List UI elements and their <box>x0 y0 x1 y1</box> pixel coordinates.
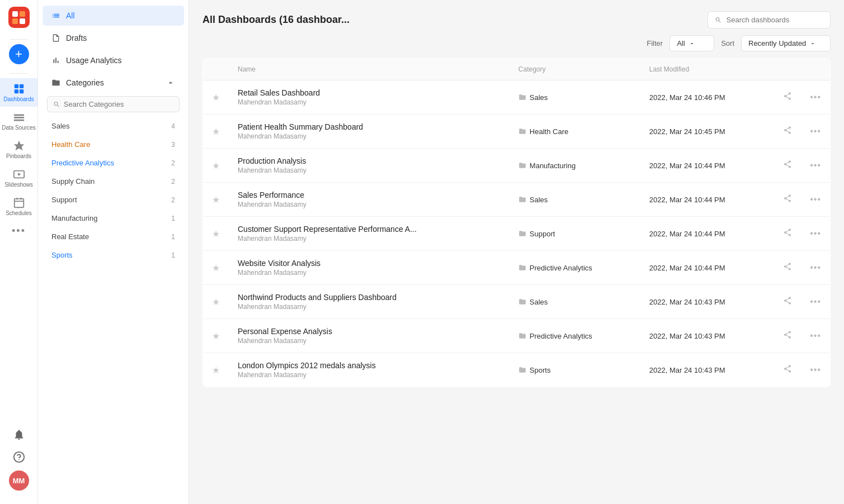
category-healthcare-count: 3 <box>171 141 175 149</box>
category-predictive[interactable]: Predictive Analytics 2 <box>43 154 184 172</box>
dashboard-name[interactable]: Production Analysis <box>238 156 501 165</box>
nav-schedules[interactable]: Schedules <box>0 192 37 221</box>
more-options-icon[interactable]: ••• <box>810 92 821 102</box>
star-cell: ★ <box>203 285 229 319</box>
category-predictive-name: Predictive Analytics <box>51 159 114 167</box>
dashboard-name[interactable]: London Olympics 2012 medals analysis <box>238 361 501 370</box>
category-name: Sales <box>530 93 548 102</box>
share-icon[interactable] <box>783 262 792 273</box>
category-manufacturing[interactable]: Manufacturing 1 <box>43 210 184 227</box>
sidebar-all[interactable]: All <box>43 6 184 26</box>
dashboard-name[interactable]: Personal Expense Analysis <box>238 327 501 336</box>
more-options-icon[interactable]: ••• <box>810 263 821 272</box>
folder-icon <box>518 366 526 374</box>
star-icon[interactable]: ★ <box>212 161 220 170</box>
category-manufacturing-count: 1 <box>171 215 175 222</box>
category-badge: Sales <box>518 196 631 204</box>
star-cell: ★ <box>203 319 229 353</box>
nav-more[interactable]: ••• <box>0 221 37 241</box>
avatar[interactable]: MM <box>9 470 29 491</box>
more-options-icon[interactable]: ••• <box>810 365 821 374</box>
more-options-icon[interactable]: ••• <box>810 297 821 306</box>
name-cell: Website Visitor Analysis Mahendran Madas… <box>229 251 510 285</box>
sort-select[interactable]: Recently Updated <box>741 35 831 51</box>
star-icon[interactable]: ★ <box>212 297 220 307</box>
share-icon[interactable] <box>783 296 792 307</box>
star-icon[interactable]: ★ <box>212 229 220 239</box>
star-icon[interactable]: ★ <box>212 263 220 273</box>
category-healthcare[interactable]: Health Care 3 <box>43 136 184 153</box>
category-supply-chain-name: Supply Chain <box>51 177 95 186</box>
name-cell: Northwind Products and Suppliers Dashboa… <box>229 285 510 319</box>
category-badge: Support <box>518 230 631 238</box>
app-logo <box>8 7 30 28</box>
name-cell: Retail Sales Dashboard Mahendran Madasam… <box>229 80 510 115</box>
dashboard-name[interactable]: Website Visitor Analysis <box>238 259 501 268</box>
name-cell: Sales Performance Mahendran Madasamy <box>229 183 510 217</box>
star-cell: ★ <box>203 183 229 217</box>
add-button[interactable]: + <box>9 44 29 64</box>
category-search-input[interactable] <box>64 100 173 108</box>
dashboard-name[interactable]: Sales Performance <box>238 191 501 199</box>
sidebar-usage-analytics[interactable]: Usage Analytics <box>43 50 184 70</box>
more-options-icon[interactable]: ••• <box>810 229 821 238</box>
modified-cell: 2022, Mar 24 10:43 PM <box>640 353 774 387</box>
folder-icon <box>518 161 526 169</box>
help-icon[interactable] <box>10 448 28 466</box>
table-row: ★ Northwind Products and Suppliers Dashb… <box>203 285 831 319</box>
share-icon[interactable] <box>783 364 792 375</box>
category-search-box[interactable] <box>47 96 180 112</box>
dashboard-name[interactable]: Patient Health Summary Dashboard <box>238 122 501 131</box>
notifications-icon[interactable] <box>10 426 28 444</box>
category-sports-count: 1 <box>171 251 175 259</box>
share-icon[interactable] <box>783 126 792 137</box>
category-sports[interactable]: Sports 1 <box>43 246 184 264</box>
dashboard-search-box[interactable] <box>708 11 831 28</box>
more-options-icon[interactable]: ••• <box>810 160 821 170</box>
share-cell <box>774 285 801 319</box>
star-icon[interactable]: ★ <box>212 195 220 205</box>
table-row: ★ Customer Support Representative Perfor… <box>203 217 831 251</box>
more-options-icon[interactable]: ••• <box>810 126 821 136</box>
dashboard-author: Mahendran Madasamy <box>238 269 501 277</box>
filter-select[interactable]: All <box>669 35 714 51</box>
dashboard-name[interactable]: Retail Sales Dashboard <box>238 88 501 97</box>
more-options-icon[interactable]: ••• <box>810 331 821 340</box>
star-icon[interactable]: ★ <box>212 93 220 102</box>
nav-dashboards[interactable]: Dashboards <box>0 78 37 107</box>
share-icon[interactable] <box>783 228 792 239</box>
sidebar-drafts[interactable]: Drafts <box>43 28 184 48</box>
dashboard-name[interactable]: Customer Support Representative Performa… <box>238 225 501 234</box>
share-icon[interactable] <box>783 160 792 171</box>
folder-icon <box>518 196 526 203</box>
sidebar-categories-header[interactable]: Categories <box>43 73 184 93</box>
category-real-estate[interactable]: Real Estate 1 <box>43 228 184 245</box>
svg-rect-3 <box>19 89 23 93</box>
nav-pinboards[interactable]: Pinboards <box>0 135 37 164</box>
share-icon[interactable] <box>783 194 792 205</box>
category-sales[interactable]: Sales 4 <box>43 117 184 135</box>
dashboard-search-input[interactable] <box>727 16 823 24</box>
share-cell <box>774 217 801 251</box>
divider <box>10 73 28 74</box>
share-cell <box>774 353 801 387</box>
star-icon[interactable]: ★ <box>212 127 220 136</box>
category-supply-chain[interactable]: Supply Chain 2 <box>43 173 184 190</box>
dashboard-author: Mahendran Madasamy <box>238 132 501 140</box>
star-icon[interactable]: ★ <box>212 331 220 341</box>
category-name: Sales <box>530 196 548 204</box>
dashboard-name[interactable]: Northwind Products and Suppliers Dashboa… <box>238 293 501 302</box>
share-icon[interactable] <box>783 92 792 103</box>
star-icon[interactable]: ★ <box>212 365 220 375</box>
category-support[interactable]: Support 2 <box>43 191 184 208</box>
share-icon[interactable] <box>783 330 792 341</box>
name-cell: Patient Health Summary Dashboard Mahendr… <box>229 115 510 149</box>
more-options-icon[interactable]: ••• <box>810 194 821 204</box>
category-cell: Predictive Analytics <box>510 319 640 353</box>
nav-slideshows[interactable]: Slideshows <box>0 164 37 192</box>
col-category: Category <box>510 59 640 80</box>
col-star <box>203 59 229 80</box>
col-modified: Last Modified <box>640 59 774 80</box>
name-cell: Production Analysis Mahendran Madasamy <box>229 149 510 183</box>
nav-data-sources[interactable]: Data Sources <box>0 107 37 135</box>
